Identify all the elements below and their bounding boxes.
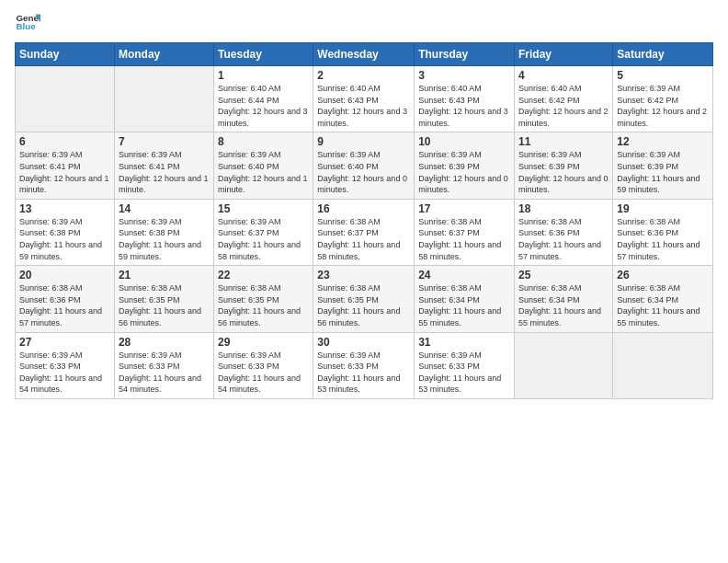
calendar-cell: 31Sunrise: 6:39 AMSunset: 6:33 PMDayligh… [415,332,515,398]
day-info: Sunrise: 6:39 AMSunset: 6:38 PMDaylight:… [119,216,210,262]
calendar-cell: 5Sunrise: 6:39 AMSunset: 6:42 PMDaylight… [613,66,713,132]
calendar-cell: 2Sunrise: 6:40 AMSunset: 6:43 PMDaylight… [313,66,415,132]
day-info: Sunrise: 6:39 AMSunset: 6:40 PMDaylight:… [317,149,410,195]
day-info: Sunrise: 6:39 AMSunset: 6:33 PMDaylight:… [119,350,210,396]
day-number: 1 [218,69,309,82]
day-number: 13 [19,202,110,215]
calendar-cell: 16Sunrise: 6:38 AMSunset: 6:37 PMDayligh… [313,199,415,265]
calendar-cell: 22Sunrise: 6:38 AMSunset: 6:35 PMDayligh… [214,266,313,332]
day-info: Sunrise: 6:40 AMSunset: 6:44 PMDaylight:… [218,83,309,129]
calendar-cell: 10Sunrise: 6:39 AMSunset: 6:39 PMDayligh… [415,132,515,199]
calendar-cell: 27Sunrise: 6:39 AMSunset: 6:33 PMDayligh… [16,332,115,398]
day-number: 23 [317,269,410,282]
calendar-cell: 30Sunrise: 6:39 AMSunset: 6:33 PMDayligh… [313,332,415,398]
svg-text:Blue: Blue [16,21,36,31]
day-number: 25 [518,269,609,282]
day-info: Sunrise: 6:39 AMSunset: 6:38 PMDaylight:… [19,216,110,262]
calendar-cell: 1Sunrise: 6:40 AMSunset: 6:44 PMDaylight… [214,66,313,132]
day-info: Sunrise: 6:39 AMSunset: 6:33 PMDaylight:… [218,350,309,396]
calendar-cell: 25Sunrise: 6:38 AMSunset: 6:34 PMDayligh… [515,266,613,332]
calendar-week-3: 13Sunrise: 6:39 AMSunset: 6:38 PMDayligh… [16,199,713,265]
day-number: 20 [19,269,110,282]
day-info: Sunrise: 6:38 AMSunset: 6:35 PMDaylight:… [119,282,210,328]
calendar-week-5: 27Sunrise: 6:39 AMSunset: 6:33 PMDayligh… [16,332,713,398]
day-info: Sunrise: 6:38 AMSunset: 6:34 PMDaylight:… [418,282,510,328]
weekday-header-wednesday: Wednesday [313,43,415,66]
logo: General Blue [15,9,44,35]
weekday-header-sunday: Sunday [16,43,115,66]
day-info: Sunrise: 6:38 AMSunset: 6:34 PMDaylight:… [518,282,609,328]
day-number: 31 [418,336,510,349]
calendar-week-2: 6Sunrise: 6:39 AMSunset: 6:41 PMDaylight… [16,132,713,199]
calendar-cell: 11Sunrise: 6:39 AMSunset: 6:39 PMDayligh… [515,132,613,199]
day-number: 9 [317,135,410,148]
calendar-cell: 19Sunrise: 6:38 AMSunset: 6:36 PMDayligh… [613,199,713,265]
day-info: Sunrise: 6:40 AMSunset: 6:43 PMDaylight:… [418,83,510,129]
calendar-page: General Blue SundayMondayTuesdayWednesda… [0,0,728,563]
calendar-cell: 20Sunrise: 6:38 AMSunset: 6:36 PMDayligh… [16,266,115,332]
day-number: 21 [119,269,210,282]
day-number: 16 [317,202,410,215]
day-info: Sunrise: 6:38 AMSunset: 6:35 PMDaylight:… [218,282,309,328]
day-info: Sunrise: 6:38 AMSunset: 6:37 PMDaylight:… [317,216,410,262]
calendar-cell: 28Sunrise: 6:39 AMSunset: 6:33 PMDayligh… [114,332,213,398]
logo-icon: General Blue [15,9,40,35]
day-number: 2 [317,69,410,82]
day-number: 29 [218,336,309,349]
day-number: 27 [19,336,110,349]
day-number: 17 [418,202,510,215]
day-info: Sunrise: 6:40 AMSunset: 6:43 PMDaylight:… [317,83,410,129]
calendar-cell: 8Sunrise: 6:39 AMSunset: 6:40 PMDaylight… [214,132,313,199]
day-number: 10 [418,135,510,148]
day-number: 30 [317,336,410,349]
day-number: 22 [218,269,309,282]
day-info: Sunrise: 6:39 AMSunset: 6:37 PMDaylight:… [218,216,309,262]
calendar-cell: 9Sunrise: 6:39 AMSunset: 6:40 PMDaylight… [313,132,415,199]
day-number: 3 [418,69,510,82]
day-number: 14 [119,202,210,215]
calendar-table: SundayMondayTuesdayWednesdayThursdayFrid… [15,42,713,399]
calendar-cell: 18Sunrise: 6:38 AMSunset: 6:36 PMDayligh… [515,199,613,265]
calendar-cell: 3Sunrise: 6:40 AMSunset: 6:43 PMDaylight… [415,66,515,132]
weekday-header-saturday: Saturday [613,43,713,66]
weekday-header-thursday: Thursday [415,43,515,66]
day-info: Sunrise: 6:39 AMSunset: 6:39 PMDaylight:… [617,149,709,195]
calendar-cell [114,66,213,132]
calendar-cell: 15Sunrise: 6:39 AMSunset: 6:37 PMDayligh… [214,199,313,265]
weekday-header-monday: Monday [114,43,213,66]
day-info: Sunrise: 6:39 AMSunset: 6:39 PMDaylight:… [518,149,609,195]
calendar-cell: 4Sunrise: 6:40 AMSunset: 6:42 PMDaylight… [515,66,613,132]
day-info: Sunrise: 6:39 AMSunset: 6:33 PMDaylight:… [418,350,510,396]
day-info: Sunrise: 6:39 AMSunset: 6:39 PMDaylight:… [418,149,510,195]
day-info: Sunrise: 6:38 AMSunset: 6:37 PMDaylight:… [418,216,510,262]
day-number: 26 [617,269,709,282]
calendar-week-4: 20Sunrise: 6:38 AMSunset: 6:36 PMDayligh… [16,266,713,332]
calendar-cell: 12Sunrise: 6:39 AMSunset: 6:39 PMDayligh… [613,132,713,199]
day-info: Sunrise: 6:38 AMSunset: 6:35 PMDaylight:… [317,282,410,328]
day-number: 7 [119,135,210,148]
day-info: Sunrise: 6:38 AMSunset: 6:36 PMDaylight:… [518,216,609,262]
day-number: 18 [518,202,609,215]
weekday-header-friday: Friday [515,43,613,66]
calendar-cell: 14Sunrise: 6:39 AMSunset: 6:38 PMDayligh… [114,199,213,265]
day-info: Sunrise: 6:39 AMSunset: 6:33 PMDaylight:… [317,350,410,396]
calendar-cell: 26Sunrise: 6:38 AMSunset: 6:34 PMDayligh… [613,266,713,332]
page-header: General Blue [15,9,713,35]
calendar-cell: 23Sunrise: 6:38 AMSunset: 6:35 PMDayligh… [313,266,415,332]
day-info: Sunrise: 6:39 AMSunset: 6:41 PMDaylight:… [19,149,110,195]
calendar-cell: 7Sunrise: 6:39 AMSunset: 6:41 PMDaylight… [114,132,213,199]
calendar-cell: 24Sunrise: 6:38 AMSunset: 6:34 PMDayligh… [415,266,515,332]
day-info: Sunrise: 6:39 AMSunset: 6:42 PMDaylight:… [617,83,709,129]
calendar-cell: 13Sunrise: 6:39 AMSunset: 6:38 PMDayligh… [16,199,115,265]
calendar-cell [515,332,613,398]
day-number: 11 [518,135,609,148]
calendar-cell [16,66,115,132]
day-info: Sunrise: 6:39 AMSunset: 6:41 PMDaylight:… [119,149,210,195]
day-info: Sunrise: 6:38 AMSunset: 6:36 PMDaylight:… [19,282,110,328]
day-number: 8 [218,135,309,148]
calendar-cell: 29Sunrise: 6:39 AMSunset: 6:33 PMDayligh… [214,332,313,398]
day-number: 12 [617,135,709,148]
calendar-cell: 6Sunrise: 6:39 AMSunset: 6:41 PMDaylight… [16,132,115,199]
calendar-cell [613,332,713,398]
day-number: 6 [19,135,110,148]
